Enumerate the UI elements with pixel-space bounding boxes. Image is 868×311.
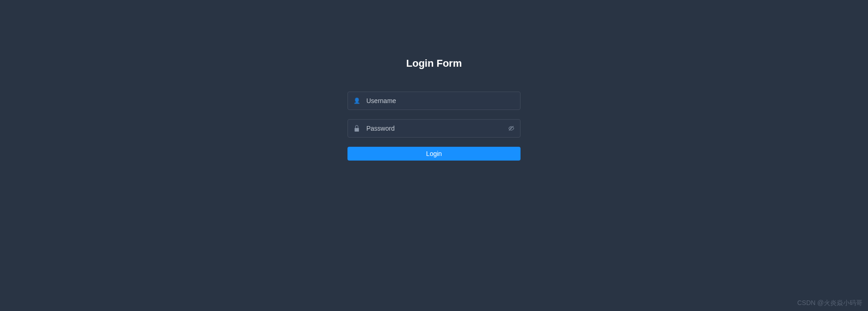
user-icon: 👤 [353, 98, 360, 104]
password-input[interactable] [360, 120, 508, 137]
username-field-wrapper: 👤 [347, 92, 521, 110]
eye-closed-icon[interactable] [508, 125, 515, 132]
username-input[interactable] [360, 92, 515, 109]
login-button[interactable]: Login [347, 147, 521, 161]
lock-icon [353, 125, 360, 132]
form-title: Login Form [406, 58, 462, 69]
password-field-wrapper [347, 119, 521, 138]
watermark: CSDN @火炎焱小码哥 [797, 299, 862, 307]
login-form: 👤 Login [347, 92, 521, 161]
